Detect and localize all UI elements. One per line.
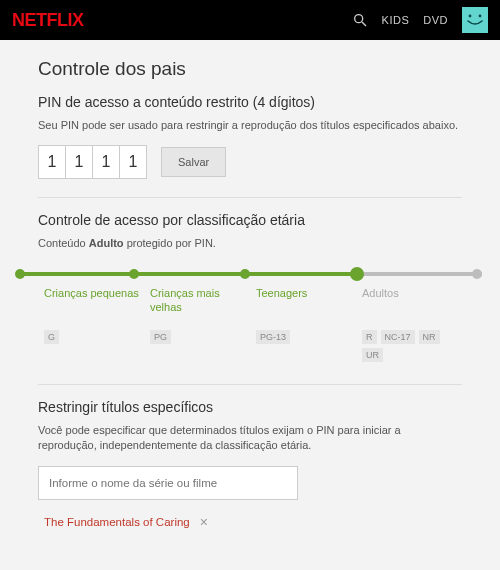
rating-badge: NR: [419, 330, 440, 344]
profile-avatar[interactable]: [462, 7, 488, 33]
rating-badge: PG-13: [256, 330, 290, 344]
maturity-desc-pre: Conteúdo: [38, 237, 89, 249]
level-criancas-mais-velhas: Crianças mais velhas PG: [144, 286, 250, 362]
rating-badge: UR: [362, 348, 383, 362]
pin-digit-1[interactable]: [38, 145, 66, 179]
level-label: Crianças pequenas: [44, 286, 144, 314]
svg-point-2: [469, 15, 472, 18]
search-icon[interactable]: [352, 12, 368, 28]
pin-heading: PIN de acesso a conteúdo restrito (4 díg…: [38, 94, 462, 110]
maturity-desc-bold: Adulto: [89, 237, 124, 249]
restrict-heading: Restringir títulos específicos: [38, 399, 462, 415]
page-title: Controle dos pais: [38, 58, 462, 80]
ratings: R NC-17 NR UR: [362, 330, 462, 362]
pin-digit-3[interactable]: [92, 145, 120, 179]
slider-dot-0[interactable]: [15, 269, 25, 279]
restricted-item: The Fundamentals of Caring ×: [38, 514, 462, 530]
slider-track: [18, 272, 482, 276]
svg-line-1: [362, 22, 366, 26]
topbar: NETFLIX KIDS DVD: [0, 0, 500, 40]
ratings: G: [44, 330, 144, 344]
ratings: PG: [150, 330, 250, 344]
slider-dot-1[interactable]: [129, 269, 139, 279]
maturity-desc-post: protegido por PIN.: [124, 237, 216, 249]
pin-digit-2[interactable]: [65, 145, 93, 179]
netflix-logo[interactable]: NETFLIX: [12, 10, 84, 31]
svg-point-3: [479, 15, 482, 18]
maturity-desc: Conteúdo Adulto protegido por PIN.: [38, 236, 462, 251]
level-label: Crianças mais velhas: [150, 286, 250, 315]
level-label: Adultos: [362, 286, 462, 314]
pin-row: Salvar: [38, 145, 462, 179]
level-criancas-pequenas: Crianças pequenas G: [38, 286, 144, 362]
restrict-title-input[interactable]: [38, 466, 298, 500]
smiley-icon: [465, 13, 485, 27]
slider-dot-3[interactable]: [350, 267, 364, 281]
slider-dot-4[interactable]: [472, 269, 482, 279]
rating-badge: PG: [150, 330, 171, 344]
ratings: PG-13: [256, 330, 356, 344]
divider: [38, 197, 462, 198]
remove-icon[interactable]: ×: [200, 514, 208, 530]
restricted-item-label: The Fundamentals of Caring: [44, 516, 190, 528]
rating-badge: G: [44, 330, 59, 344]
divider: [38, 384, 462, 385]
slider-dot-2[interactable]: [240, 269, 250, 279]
level-adultos: Adultos R NC-17 NR UR: [356, 286, 462, 362]
pin-desc: Seu PIN pode ser usado para restringir a…: [38, 118, 462, 133]
svg-point-0: [354, 15, 362, 23]
content: Controle dos pais PIN de acesso a conteú…: [0, 40, 500, 550]
level-label: Teenagers: [256, 286, 356, 314]
maturity-heading: Controle de acesso por classificação etá…: [38, 212, 462, 228]
restrict-desc: Você pode especificar que determinados t…: [38, 423, 462, 454]
level-teenagers: Teenagers PG-13: [250, 286, 356, 362]
kids-link[interactable]: KIDS: [382, 14, 410, 26]
save-button[interactable]: Salvar: [161, 147, 226, 177]
pin-boxes: [38, 145, 147, 179]
topbar-right: KIDS DVD: [352, 7, 488, 33]
pin-digit-4[interactable]: [119, 145, 147, 179]
slider-track-fill: [18, 272, 357, 276]
rating-badge: NC-17: [381, 330, 415, 344]
dvd-link[interactable]: DVD: [423, 14, 448, 26]
rating-badge: R: [362, 330, 377, 344]
maturity-slider[interactable]: Crianças pequenas G Crianças mais velhas…: [18, 272, 482, 362]
levels: Crianças pequenas G Crianças mais velhas…: [18, 286, 482, 362]
